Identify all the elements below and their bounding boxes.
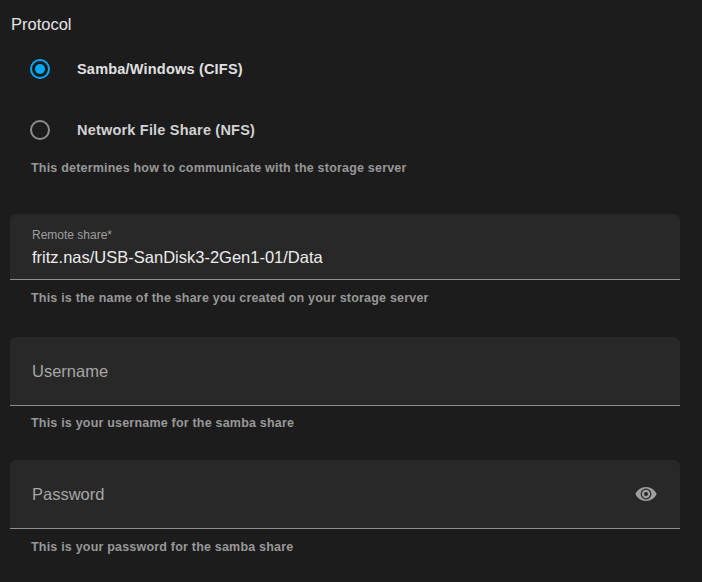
password-input[interactable] [32, 485, 658, 504]
remote-share-input[interactable] [32, 247, 658, 268]
protocol-helper-text: This determines how to communicate with … [31, 161, 702, 176]
network-storage-form: Protocol Samba/Windows (CIFS) Network Fi… [0, 0, 702, 555]
protocol-section-label: Protocol [0, 0, 702, 34]
radio-label-nfs: Network File Share (NFS) [77, 122, 255, 138]
password-helper-text: This is your password for the samba shar… [31, 540, 702, 555]
remote-share-label: Remote share* [32, 228, 658, 243]
eye-icon [634, 482, 658, 506]
radio-option-cifs[interactable]: Samba/Windows (CIFS) [30, 57, 702, 81]
radio-dot [35, 125, 45, 135]
radio-button-cifs[interactable] [30, 59, 50, 79]
username-helper-text: This is your username for the samba shar… [31, 416, 702, 431]
password-visibility-toggle[interactable] [634, 482, 658, 506]
remote-share-field[interactable]: Remote share* [10, 214, 680, 280]
radio-option-nfs[interactable]: Network File Share (NFS) [30, 118, 702, 142]
password-field[interactable] [10, 460, 680, 529]
remote-share-helper-text: This is the name of the share you create… [31, 291, 702, 306]
username-input[interactable] [32, 362, 658, 381]
username-field[interactable] [10, 337, 680, 406]
radio-label-cifs: Samba/Windows (CIFS) [77, 61, 243, 77]
radio-dot [35, 64, 45, 74]
radio-button-nfs[interactable] [30, 120, 50, 140]
